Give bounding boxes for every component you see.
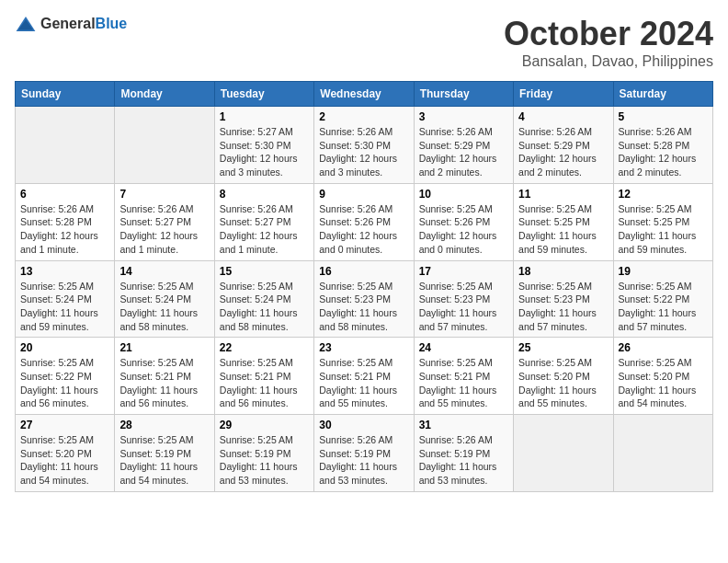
calendar-day-cell: 28Sunrise: 5:25 AMSunset: 5:19 PMDayligh… bbox=[115, 415, 214, 492]
title-block: October 2024 Bansalan, Davao, Philippine… bbox=[504, 15, 713, 70]
logo-icon bbox=[15, 15, 37, 33]
calendar-day-cell bbox=[514, 415, 613, 492]
calendar-day-cell: 7Sunrise: 5:26 AMSunset: 5:27 PMDaylight… bbox=[115, 183, 214, 260]
day-number: 25 bbox=[518, 341, 608, 354]
calendar-day-cell: 22Sunrise: 5:25 AMSunset: 5:21 PMDayligh… bbox=[214, 338, 313, 415]
day-info: Sunrise: 5:26 AMSunset: 5:29 PMDaylight:… bbox=[518, 125, 608, 179]
calendar-week-row: 20Sunrise: 5:25 AMSunset: 5:22 PMDayligh… bbox=[16, 338, 713, 415]
calendar-day-cell: 19Sunrise: 5:25 AMSunset: 5:22 PMDayligh… bbox=[613, 260, 712, 338]
calendar-day-cell: 14Sunrise: 5:25 AMSunset: 5:24 PMDayligh… bbox=[115, 260, 214, 338]
calendar-day-cell: 25Sunrise: 5:25 AMSunset: 5:20 PMDayligh… bbox=[514, 338, 613, 415]
day-info: Sunrise: 5:26 AMSunset: 5:30 PMDaylight:… bbox=[319, 125, 408, 179]
calendar-day-cell: 10Sunrise: 5:25 AMSunset: 5:26 PMDayligh… bbox=[414, 183, 513, 260]
day-number: 18 bbox=[518, 265, 608, 278]
day-number: 10 bbox=[419, 188, 508, 201]
day-number: 7 bbox=[119, 188, 209, 201]
calendar-day-cell bbox=[16, 107, 115, 184]
calendar-day-cell: 1Sunrise: 5:27 AMSunset: 5:30 PMDaylight… bbox=[214, 107, 313, 184]
day-number: 13 bbox=[20, 265, 109, 278]
calendar-day-cell: 29Sunrise: 5:25 AMSunset: 5:19 PMDayligh… bbox=[214, 415, 313, 492]
day-number: 20 bbox=[20, 341, 109, 354]
day-info: Sunrise: 5:25 AMSunset: 5:23 PMDaylight:… bbox=[319, 280, 408, 334]
day-number: 8 bbox=[220, 188, 309, 201]
calendar-week-row: 6Sunrise: 5:26 AMSunset: 5:28 PMDaylight… bbox=[16, 183, 713, 260]
calendar-day-cell: 6Sunrise: 5:26 AMSunset: 5:28 PMDaylight… bbox=[16, 183, 115, 260]
day-info: Sunrise: 5:25 AMSunset: 5:21 PMDaylight:… bbox=[119, 356, 209, 410]
calendar-day-cell: 5Sunrise: 5:26 AMSunset: 5:28 PMDaylight… bbox=[613, 107, 712, 184]
day-number: 6 bbox=[20, 188, 109, 201]
day-number: 9 bbox=[319, 188, 408, 201]
day-number: 12 bbox=[619, 188, 708, 201]
day-number: 27 bbox=[20, 419, 109, 431]
day-number: 14 bbox=[119, 265, 209, 278]
day-info: Sunrise: 5:26 AMSunset: 5:29 PMDaylight:… bbox=[419, 125, 508, 179]
day-info: Sunrise: 5:25 AMSunset: 5:19 PMDaylight:… bbox=[220, 433, 309, 488]
day-info: Sunrise: 5:25 AMSunset: 5:21 PMDaylight:… bbox=[220, 356, 309, 410]
day-number: 17 bbox=[419, 265, 508, 278]
day-number: 3 bbox=[419, 110, 508, 123]
calendar-day-cell: 8Sunrise: 5:26 AMSunset: 5:27 PMDaylight… bbox=[214, 183, 313, 260]
calendar-day-cell: 15Sunrise: 5:25 AMSunset: 5:24 PMDayligh… bbox=[214, 260, 313, 338]
day-number: 22 bbox=[220, 341, 309, 354]
day-info: Sunrise: 5:25 AMSunset: 5:20 PMDaylight:… bbox=[518, 356, 608, 410]
day-info: Sunrise: 5:26 AMSunset: 5:26 PMDaylight:… bbox=[319, 202, 408, 257]
day-info: Sunrise: 5:25 AMSunset: 5:24 PMDaylight:… bbox=[220, 280, 309, 334]
day-number: 29 bbox=[220, 419, 309, 431]
col-header-saturday: Saturday bbox=[613, 82, 712, 107]
calendar-week-row: 27Sunrise: 5:25 AMSunset: 5:20 PMDayligh… bbox=[16, 415, 713, 492]
day-info: Sunrise: 5:25 AMSunset: 5:23 PMDaylight:… bbox=[419, 280, 508, 334]
calendar-day-cell: 20Sunrise: 5:25 AMSunset: 5:22 PMDayligh… bbox=[16, 338, 115, 415]
calendar-day-cell: 21Sunrise: 5:25 AMSunset: 5:21 PMDayligh… bbox=[115, 338, 214, 415]
page-header: GeneralBlue October 2024 Bansalan, Davao… bbox=[15, 15, 713, 70]
day-number: 21 bbox=[119, 341, 209, 354]
calendar-day-cell: 27Sunrise: 5:25 AMSunset: 5:20 PMDayligh… bbox=[16, 415, 115, 492]
calendar-day-cell: 17Sunrise: 5:25 AMSunset: 5:23 PMDayligh… bbox=[414, 260, 513, 338]
location: Bansalan, Davao, Philippines bbox=[504, 53, 713, 70]
day-number: 24 bbox=[419, 341, 508, 354]
day-info: Sunrise: 5:26 AMSunset: 5:27 PMDaylight:… bbox=[119, 202, 209, 257]
col-header-wednesday: Wednesday bbox=[314, 82, 414, 107]
day-info: Sunrise: 5:26 AMSunset: 5:19 PMDaylight:… bbox=[319, 433, 408, 488]
calendar-day-cell: 31Sunrise: 5:26 AMSunset: 5:19 PMDayligh… bbox=[414, 415, 513, 492]
calendar-day-cell: 9Sunrise: 5:26 AMSunset: 5:26 PMDaylight… bbox=[314, 183, 414, 260]
day-number: 1 bbox=[220, 110, 309, 123]
day-info: Sunrise: 5:25 AMSunset: 5:21 PMDaylight:… bbox=[419, 356, 508, 410]
col-header-tuesday: Tuesday bbox=[214, 82, 313, 107]
logo: GeneralBlue bbox=[15, 15, 127, 33]
day-number: 23 bbox=[319, 341, 408, 354]
calendar-day-cell: 3Sunrise: 5:26 AMSunset: 5:29 PMDaylight… bbox=[414, 107, 513, 184]
day-info: Sunrise: 5:25 AMSunset: 5:24 PMDaylight:… bbox=[20, 280, 109, 334]
col-header-thursday: Thursday bbox=[414, 82, 513, 107]
calendar-header-row: SundayMondayTuesdayWednesdayThursdayFrid… bbox=[16, 82, 713, 107]
col-header-monday: Monday bbox=[115, 82, 214, 107]
calendar-week-row: 13Sunrise: 5:25 AMSunset: 5:24 PMDayligh… bbox=[16, 260, 713, 338]
calendar-table: SundayMondayTuesdayWednesdayThursdayFrid… bbox=[15, 81, 713, 492]
calendar-day-cell: 12Sunrise: 5:25 AMSunset: 5:25 PMDayligh… bbox=[613, 183, 712, 260]
calendar-week-row: 1Sunrise: 5:27 AMSunset: 5:30 PMDaylight… bbox=[16, 107, 713, 184]
calendar-day-cell bbox=[115, 107, 214, 184]
logo-text-general: General bbox=[40, 16, 96, 31]
logo-text-blue: Blue bbox=[96, 16, 128, 31]
day-info: Sunrise: 5:25 AMSunset: 5:26 PMDaylight:… bbox=[419, 202, 508, 257]
day-number: 16 bbox=[319, 265, 408, 278]
col-header-friday: Friday bbox=[514, 82, 613, 107]
col-header-sunday: Sunday bbox=[16, 82, 115, 107]
calendar-day-cell: 16Sunrise: 5:25 AMSunset: 5:23 PMDayligh… bbox=[314, 260, 414, 338]
day-number: 15 bbox=[220, 265, 309, 278]
day-number: 5 bbox=[619, 110, 708, 123]
calendar-day-cell: 2Sunrise: 5:26 AMSunset: 5:30 PMDaylight… bbox=[314, 107, 414, 184]
day-info: Sunrise: 5:26 AMSunset: 5:19 PMDaylight:… bbox=[419, 433, 508, 488]
day-info: Sunrise: 5:25 AMSunset: 5:25 PMDaylight:… bbox=[619, 202, 708, 257]
day-info: Sunrise: 5:25 AMSunset: 5:22 PMDaylight:… bbox=[20, 356, 109, 410]
day-number: 19 bbox=[619, 265, 708, 278]
day-info: Sunrise: 5:25 AMSunset: 5:20 PMDaylight:… bbox=[20, 433, 109, 488]
day-number: 28 bbox=[119, 419, 209, 431]
day-number: 2 bbox=[319, 110, 408, 123]
day-info: Sunrise: 5:25 AMSunset: 5:23 PMDaylight:… bbox=[518, 280, 608, 334]
day-number: 30 bbox=[319, 419, 408, 431]
calendar-day-cell: 26Sunrise: 5:25 AMSunset: 5:20 PMDayligh… bbox=[613, 338, 712, 415]
calendar-day-cell: 13Sunrise: 5:25 AMSunset: 5:24 PMDayligh… bbox=[16, 260, 115, 338]
calendar-day-cell: 24Sunrise: 5:25 AMSunset: 5:21 PMDayligh… bbox=[414, 338, 513, 415]
calendar-day-cell: 4Sunrise: 5:26 AMSunset: 5:29 PMDaylight… bbox=[514, 107, 613, 184]
day-info: Sunrise: 5:26 AMSunset: 5:28 PMDaylight:… bbox=[619, 125, 708, 179]
